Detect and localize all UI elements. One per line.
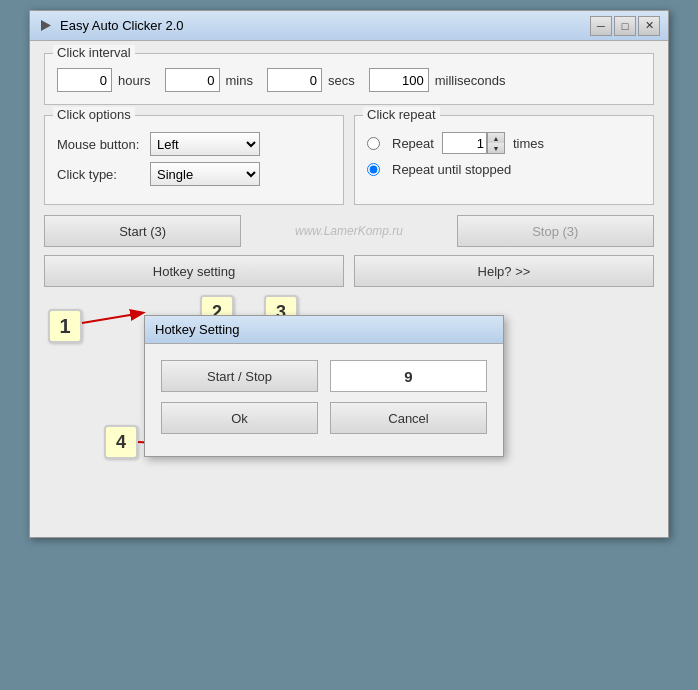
- hotkey-start-stop-button[interactable]: Start / Stop: [161, 360, 318, 392]
- click-options-group: Click options Mouse button: Left Right M…: [44, 115, 344, 205]
- click-repeat-label: Click repeat: [363, 107, 440, 122]
- repeat-until-radio[interactable]: [367, 163, 380, 176]
- repeat-times-row: Repeat ▲ ▼ times: [367, 132, 641, 154]
- annotation-badge-1: 1: [48, 309, 82, 343]
- repeat-until-label: Repeat until stopped: [392, 162, 511, 177]
- ms-input[interactable]: [369, 68, 429, 92]
- window-title: Easy Auto Clicker 2.0: [60, 18, 184, 33]
- watermark: www.LamerKomp.ru: [251, 215, 446, 247]
- options-repeat-row: Click options Mouse button: Left Right M…: [44, 115, 654, 215]
- help-button[interactable]: Help? >>: [354, 255, 654, 287]
- ms-label: milliseconds: [435, 73, 506, 88]
- spinner-up-button[interactable]: ▲: [488, 133, 504, 143]
- click-options-label: Click options: [53, 107, 135, 122]
- repeat-radio[interactable]: [367, 137, 380, 150]
- title-bar-left: Easy Auto Clicker 2.0: [38, 18, 184, 34]
- main-window: Easy Auto Clicker 2.0 ─ □ ✕ Click interv…: [29, 10, 669, 538]
- click-type-select[interactable]: Single Double: [150, 162, 260, 186]
- click-type-label: Click type:: [57, 167, 142, 182]
- app-icon: [38, 18, 54, 34]
- hotkey-dialog: Hotkey Setting Start / Stop 9 Ok Cancel: [144, 315, 504, 457]
- click-interval-group: Click interval hours mins secs milliseco…: [44, 53, 654, 105]
- hotkey-cancel-button[interactable]: Cancel: [330, 402, 487, 434]
- spinner-buttons: ▲ ▼: [487, 132, 505, 154]
- annotation-area: Hotkey Setting Start / Stop 9 Ok Cancel: [44, 295, 654, 525]
- start-button[interactable]: Start (3): [44, 215, 241, 247]
- stop-button[interactable]: Stop (3): [457, 215, 654, 247]
- click-type-row: Click type: Single Double: [57, 162, 331, 186]
- hotkey-ok-cancel-row: Ok Cancel: [161, 402, 487, 434]
- mins-label: mins: [226, 73, 253, 88]
- hotkey-start-row: Start / Stop 9: [161, 360, 487, 392]
- title-bar: Easy Auto Clicker 2.0 ─ □ ✕: [30, 11, 668, 41]
- hotkey-key-display: 9: [330, 360, 487, 392]
- hotkey-ok-button[interactable]: Ok: [161, 402, 318, 434]
- repeat-label: Repeat: [392, 136, 434, 151]
- maximize-button[interactable]: □: [614, 16, 636, 36]
- click-repeat-group: Click repeat Repeat ▲ ▼ times Re: [354, 115, 654, 205]
- mins-input[interactable]: [165, 68, 220, 92]
- annotation-badge-4: 4: [104, 425, 138, 459]
- start-stop-row: Start (3) www.LamerKomp.ru Stop (3): [44, 215, 654, 247]
- hours-label: hours: [118, 73, 151, 88]
- click-interval-label: Click interval: [53, 45, 135, 60]
- svg-marker-0: [41, 20, 51, 31]
- times-wrapper: ▲ ▼: [442, 132, 505, 154]
- mouse-button-row: Mouse button: Left Right Middle: [57, 132, 331, 156]
- hotkey-button[interactable]: Hotkey setting: [44, 255, 344, 287]
- mouse-button-label: Mouse button:: [57, 137, 142, 152]
- title-buttons: ─ □ ✕: [590, 16, 660, 36]
- times-input[interactable]: [442, 132, 487, 154]
- times-label: times: [513, 136, 544, 151]
- svg-line-1: [82, 313, 142, 323]
- minimize-button[interactable]: ─: [590, 16, 612, 36]
- hotkey-help-row: Hotkey setting Help? >>: [44, 255, 654, 287]
- repeat-until-row: Repeat until stopped: [367, 162, 641, 177]
- spinner-down-button[interactable]: ▼: [488, 143, 504, 153]
- hotkey-dialog-title: Hotkey Setting: [145, 316, 503, 344]
- close-button[interactable]: ✕: [638, 16, 660, 36]
- hotkey-dialog-content: Start / Stop 9 Ok Cancel: [145, 344, 503, 456]
- hours-input[interactable]: [57, 68, 112, 92]
- interval-row: hours mins secs milliseconds: [57, 68, 641, 92]
- secs-label: secs: [328, 73, 355, 88]
- secs-input[interactable]: [267, 68, 322, 92]
- main-content: Click interval hours mins secs milliseco…: [30, 41, 668, 537]
- mouse-button-select[interactable]: Left Right Middle: [150, 132, 260, 156]
